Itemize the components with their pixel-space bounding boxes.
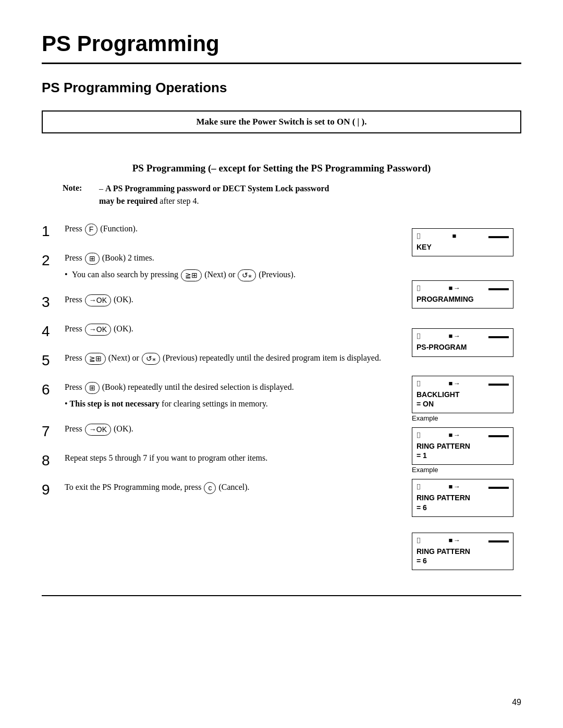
step-3-content: Press →OK (OK). [65,293,396,306]
step-2-bullet: You can also search by pressing ≧⊞ (Next… [65,268,396,281]
step-6-note: • This step is not necessary for clearin… [65,397,396,411]
key-ok-4: →OK [85,324,111,336]
display-top-7: ⌷ ■→ ▬▬▬ [417,536,509,545]
key-book-6: ⊞ [85,382,100,394]
key-next: ≧⊞ [181,269,202,282]
antenna-icon-1: ⌷ [417,232,421,240]
subsection-title: PS Programming (– except for Setting the… [42,163,521,174]
step-6: 6 Press ⊞ (Book) repeatedly until the de… [42,380,396,411]
step-1-content: Press F (Function). [65,222,396,236]
steps-area: 1 Press F (Function). 2 Press ⊞ (Book) 2… [42,222,521,574]
battery-icon-2: ▬▬▬ [488,284,509,292]
step-5-content: Press ≧⊞ (Next) or ↺⁎ (Previous) repeate… [65,351,396,365]
power-box-text: Make sure the Power Switch is set to ON … [196,117,355,127]
step-2-content: Press ⊞ (Book) 2 times. You can also sea… [65,251,396,281]
display-label-3: PS-PROGRAM [417,342,509,352]
steps-left: 1 Press F (Function). 2 Press ⊞ (Book) 2… [42,222,412,574]
display-label-6: RING PATTERN= 6 [417,493,509,512]
display-top-1: ⌷ ■ ▬▬▬ [417,232,509,240]
f-label-2: ■→ [449,284,461,292]
step-1-num: 1 [42,222,65,240]
display-group-2: ⌷ ■→ ▬▬▬ PROGRAMMING [412,280,513,310]
display-group-7: ⌷ ■→ ▬▬▬ RING PATTERN= 6 [412,533,513,571]
step-1: 1 Press F (Function). [42,222,396,240]
power-box-text-end: ). [362,117,367,127]
step-3: 3 Press →OK (OK). [42,293,396,311]
power-box: Make sure the Power Switch is set to ON … [42,110,521,133]
key-prev-5: ↺⁎ [142,353,160,365]
f-label-1: ■ [452,232,457,240]
step-2-num: 2 [42,251,65,269]
antenna-icon-3: ⌷ [417,332,421,340]
f-label-7: ■→ [449,536,461,545]
step-8-num: 8 [42,451,65,469]
step-7-num: 7 [42,422,65,440]
step-7-content: Press →OK (OK). [65,422,396,436]
display-label-7: RING PATTERN= 6 [417,547,509,565]
step-9: 9 To exit the PS Programming mode, press… [42,480,396,498]
f-label-6: ■→ [449,483,461,491]
section-title: PS Programming Operations [42,80,521,96]
page-number: 49 [512,698,521,707]
f-label-4: ■→ [449,379,461,388]
display-box-1: ⌷ ■ ▬▬▬ KEY [412,228,513,256]
key-f: F [85,224,98,236]
antenna-icon-5: ⌷ [417,431,421,439]
step-9-num: 9 [42,480,65,498]
battery-icon-1: ▬▬▬ [488,232,509,240]
display-group-5: ⌷ ■→ ▬▬▬ RING PATTERN= 1 Example [412,427,513,475]
key-cancel: c [204,482,216,495]
battery-icon-3: ▬▬▬ [488,332,509,340]
key-prev: ↺⁎ [238,269,256,282]
f-label-5: ■→ [449,431,461,439]
display-box-3: ⌷ ■→ ▬▬▬ PS-PROGRAM [412,328,513,356]
example-label-5: Example [412,466,513,474]
step-4-content: Press →OK (OK). [65,322,396,336]
step-3-num: 3 [42,293,65,311]
display-box-7: ⌷ ■→ ▬▬▬ RING PATTERN= 6 [412,533,513,570]
display-box-4: ⌷ ■→ ▬▬▬ BACKLIGHT= ON [412,376,513,413]
step-5: 5 Press ≧⊞ (Next) or ↺⁎ (Previous) repea… [42,351,396,369]
step-4: 4 Press →OK (OK). [42,322,396,340]
note-text: – A PS Programming password or DECT Syst… [99,182,329,207]
note-line-1: – A PS Programming password or DECT Syst… [99,184,329,205]
key-ok-3: →OK [85,294,111,307]
key-next-5: ≧⊞ [85,353,106,365]
display-group-3: ⌷ ■→ ▬▬▬ PS-PROGRAM [412,328,513,357]
step-2: 2 Press ⊞ (Book) 2 times. You can also s… [42,251,396,281]
note-block: Note: – A PS Programming password or DEC… [63,182,521,207]
key-book: ⊞ [85,253,100,265]
antenna-icon-6: ⌷ [417,483,421,491]
display-box-2: ⌷ ■→ ▬▬▬ PROGRAMMING [412,280,513,309]
step-9-content: To exit the PS Programming mode, press c… [65,480,396,494]
antenna-icon-4: ⌷ [417,379,421,388]
display-label-5: RING PATTERN= 1 [417,441,509,460]
title-divider [42,63,521,64]
display-top-2: ⌷ ■→ ▬▬▬ [417,284,509,292]
step-5-num: 5 [42,351,65,369]
display-label-1: KEY [417,242,509,252]
display-label-4: BACKLIGHT= ON [417,390,509,409]
display-top-4: ⌷ ■→ ▬▬▬ [417,379,509,388]
power-box-wrapper: Make sure the Power Switch is set to ON … [42,110,521,148]
bottom-divider [42,595,521,596]
step-8: 8 Repeat steps 5 through 7 if you want t… [42,451,396,469]
antenna-icon-7: ⌷ [417,536,421,545]
display-group-6: ⌷ ■→ ▬▬▬ RING PATTERN= 6 [412,479,513,517]
step-4-num: 4 [42,322,65,340]
battery-icon-7: ▬▬▬ [488,536,509,545]
step-6-num: 6 [42,380,65,398]
display-top-3: ⌷ ■→ ▬▬▬ [417,332,509,340]
step-6-content: Press ⊞ (Book) repeatedly until the desi… [65,380,396,411]
display-group-4: ⌷ ■→ ▬▬▬ BACKLIGHT= ON Example [412,376,513,423]
battery-icon-6: ▬▬▬ [488,483,509,491]
display-label-2: PROGRAMMING [417,294,509,304]
display-box-6: ⌷ ■→ ▬▬▬ RING PATTERN= 6 [412,479,513,516]
display-group-1: ⌷ ■ ▬▬▬ KEY [412,228,513,257]
display-box-5: ⌷ ■→ ▬▬▬ RING PATTERN= 1 [412,427,513,465]
page: PS Programming PS Programming Operations… [0,0,563,728]
note-label: Note: [63,182,99,207]
steps-right: ⌷ ■ ▬▬▬ KEY ⌷ ■→ ▬▬▬ PROGRAMMING [412,222,521,574]
display-top-5: ⌷ ■→ ▬▬▬ [417,431,509,439]
battery-icon-5: ▬▬▬ [488,431,509,439]
